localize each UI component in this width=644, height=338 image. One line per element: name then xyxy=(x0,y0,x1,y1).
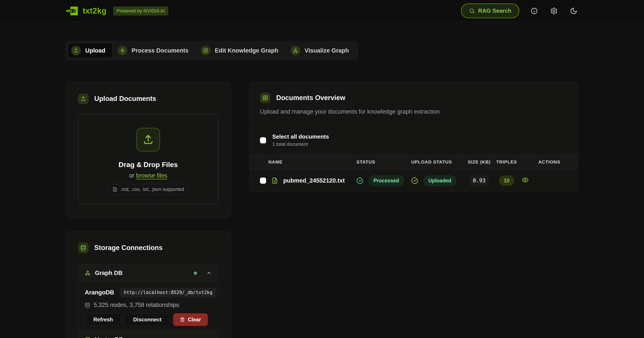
graph-db-provider: ArangoDB xyxy=(85,289,114,296)
graph-db-label: Graph DB xyxy=(95,270,122,277)
upload-status-badge: Uploaded xyxy=(423,175,456,186)
file-icon xyxy=(112,187,117,192)
tab-edit-knowledge-graph-label: Edit Knowledge Graph xyxy=(215,47,278,54)
info-icon xyxy=(530,7,538,15)
theme-toggle-button[interactable] xyxy=(569,6,578,16)
edit-icon xyxy=(201,46,210,55)
app-root: txt2kg Powered by NVIDIA AI RAG Search xyxy=(0,0,644,338)
documents-overview-title: Documents Overview xyxy=(276,94,345,102)
zap-icon xyxy=(118,46,127,55)
vector-db-toggle[interactable]: Vector DB xyxy=(78,331,218,338)
tab-upload-label: Upload xyxy=(85,47,106,54)
chevron-down-icon xyxy=(206,337,212,338)
col-actions: Actions xyxy=(518,159,568,165)
check-circle-icon xyxy=(356,177,364,184)
upload-documents-card: Upload Documents Drag & Drop Files or br… xyxy=(66,82,231,218)
size-value: 0.93 xyxy=(470,175,488,186)
app-title: txt2kg xyxy=(83,6,106,15)
settings-button[interactable] xyxy=(549,6,559,16)
gear-icon xyxy=(550,7,558,15)
file-text-icon xyxy=(271,177,278,184)
documents-overview-subtitle: Upload and manage your documents for kno… xyxy=(260,108,568,115)
select-all-checkbox[interactable] xyxy=(260,137,266,143)
info-button[interactable] xyxy=(529,6,539,16)
tab-bar: Upload Process Documents Edit Knowledge … xyxy=(66,41,358,60)
col-name: Name xyxy=(260,159,356,165)
disconnect-button[interactable]: Disconnect xyxy=(124,313,170,326)
supported-formats-pill: .md, .csv, .txt, .json supported xyxy=(106,184,190,195)
navbar-actions: RAG Search xyxy=(461,3,578,18)
browse-files-link[interactable]: browse files xyxy=(136,172,167,179)
clear-button[interactable]: Clear xyxy=(173,313,208,326)
tab-visualize-graph[interactable]: Visualize Graph xyxy=(287,43,356,58)
refresh-button[interactable]: Refresh xyxy=(85,313,122,326)
storage-box: Graph DB ArangoDB xyxy=(78,264,218,338)
powered-by-badge: Powered by NVIDIA AI xyxy=(113,6,168,15)
upload-icon xyxy=(136,128,160,152)
documents-overview-panel: Documents Overview Upload and manage you… xyxy=(249,82,578,192)
tab-process-documents[interactable]: Process Documents xyxy=(114,43,196,58)
or-text: or xyxy=(129,172,134,179)
upload-icon xyxy=(78,93,88,104)
rag-search-label: RAG Search xyxy=(478,7,512,14)
network-icon xyxy=(85,270,90,276)
document-name: pubmed_24552120.txt xyxy=(283,177,345,184)
brand: txt2kg Powered by NVIDIA AI xyxy=(66,6,168,16)
database-icon xyxy=(78,243,88,253)
triples-badge: 10 xyxy=(499,175,514,186)
graph-db-url: http://localhost:8529/_db/txt2kg xyxy=(120,288,216,297)
clear-button-label: Clear xyxy=(188,317,201,323)
tab-edit-knowledge-graph[interactable]: Edit Knowledge Graph xyxy=(198,43,285,58)
main-content: Upload Process Documents Edit Knowledge … xyxy=(66,22,578,338)
upload-icon xyxy=(71,46,81,55)
check-circle-icon xyxy=(411,177,418,184)
search-icon xyxy=(469,8,475,14)
tab-visualize-graph-label: Visualize Graph xyxy=(305,47,349,54)
graph-db-details: ArangoDB http://localhost:8529/_db/txt2k… xyxy=(78,282,218,331)
table-icon xyxy=(260,93,270,103)
col-status: Status xyxy=(356,159,411,165)
tab-process-documents-label: Process Documents xyxy=(132,47,189,54)
select-all-label: Select all documents xyxy=(272,133,329,140)
trash-icon xyxy=(180,317,185,322)
database-icon xyxy=(85,303,90,308)
drag-drop-zone[interactable]: Drag & Drop Files or browse files .md, .… xyxy=(78,114,218,204)
storage-connections-card: Storage Connections Graph DB xyxy=(66,231,231,338)
rag-search-button[interactable]: RAG Search xyxy=(461,3,519,18)
dropzone-subtext: or browse files xyxy=(129,172,167,179)
database-icon xyxy=(85,337,90,338)
tab-upload[interactable]: Upload xyxy=(68,43,112,58)
col-upload-status: Upload Status xyxy=(411,159,464,165)
nvidia-logo-icon xyxy=(66,6,78,16)
table-row: pubmed_24552120.txt Processed xyxy=(250,169,578,192)
upload-card-title: Upload Documents xyxy=(94,95,156,103)
moon-icon xyxy=(570,7,577,15)
graph-db-toggle[interactable]: Graph DB xyxy=(78,264,218,282)
graph-db-stats: 5,325 nodes, 3,758 relationships xyxy=(94,302,179,309)
col-size: Size (KB) xyxy=(464,159,494,165)
network-icon xyxy=(291,46,300,55)
chevron-up-icon xyxy=(206,270,212,276)
supported-formats-label: .md, .csv, .txt, .json supported xyxy=(120,186,184,192)
storage-card-title: Storage Connections xyxy=(94,244,163,252)
top-navbar: txt2kg Powered by NVIDIA AI RAG Search xyxy=(0,0,644,22)
dropzone-title: Drag & Drop Files xyxy=(118,161,178,169)
status-badge: Processed xyxy=(368,175,404,186)
graph-db-status-dot xyxy=(194,271,197,275)
view-document-button[interactable] xyxy=(522,176,529,183)
eye-icon xyxy=(522,176,529,183)
row-checkbox[interactable] xyxy=(260,177,266,184)
col-triples: Triples xyxy=(494,159,518,165)
table-header-row: Name Status Upload Status Size (KB) Trip… xyxy=(250,155,578,169)
vector-db-label: Vector DB xyxy=(95,336,123,338)
total-documents-label: 1 total document xyxy=(272,142,329,147)
select-all-row: Select all documents 1 total document xyxy=(250,125,578,155)
